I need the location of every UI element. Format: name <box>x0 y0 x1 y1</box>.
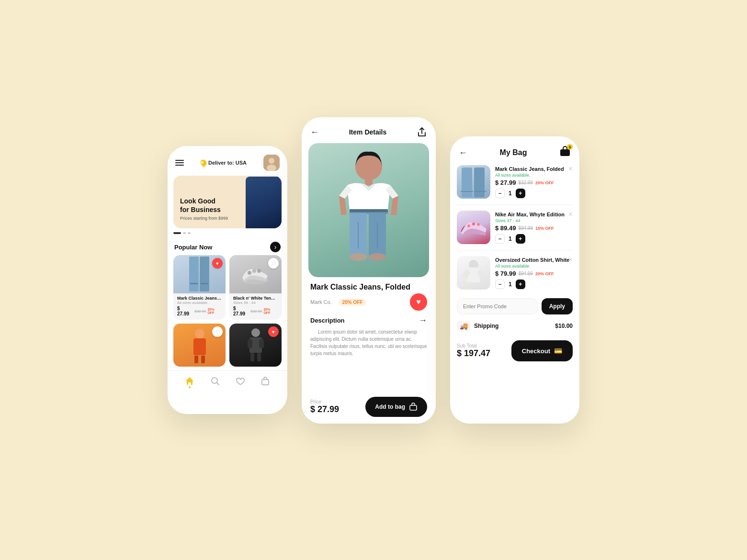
fav-btn-2[interactable]: ♡ <box>268 258 279 269</box>
deliver-badge[interactable]: Deliver to: USA <box>201 159 247 166</box>
checkout-button[interactable]: Checkout 💳 <box>511 340 573 361</box>
bottom-nav <box>168 370 287 393</box>
bag-item-info-2: Nike Air Max, Whyte Edition Sizes 37 - 4… <box>495 211 573 244</box>
promo-input[interactable] <box>457 298 538 314</box>
description-expand[interactable]: → <box>419 315 427 325</box>
svg-point-47 <box>477 223 480 226</box>
bag-items-list: Mark Classic Jeans, Folded All sizes ava… <box>450 165 579 290</box>
products-grid: ♥ Mark Classic Jeans, Folded All sizes a… <box>168 255 287 370</box>
svg-rect-7 <box>190 283 198 284</box>
svg-rect-38 <box>560 149 570 156</box>
avatar[interactable] <box>263 155 280 171</box>
bag-price-old-1: $32.99 <box>518 180 533 185</box>
bag-back-button[interactable]: ← <box>459 148 467 158</box>
product-price-row-2: $ 27.99 $32.99 20% OFF <box>233 306 278 316</box>
bag-footer: Sub Total $ 197.47 Checkout 💳 <box>450 336 579 368</box>
bag-price-old-2: $94.99 <box>518 225 533 231</box>
price-value: $ 27.99 <box>310 404 339 414</box>
svg-rect-16 <box>201 356 205 363</box>
bag-item-price-row-2: $ 89.49 $94.99 15% OFF <box>495 224 573 232</box>
card-icon: 💳 <box>554 347 562 355</box>
bag-item-1: Mark Classic Jeans, Folded All sizes ava… <box>457 165 573 199</box>
popular-title: Popular Now <box>174 244 212 251</box>
bag-price-2: $ 89.49 <box>495 224 516 232</box>
svg-point-45 <box>467 224 470 227</box>
product-card-4[interactable]: ♥ <box>229 324 282 367</box>
shipping-amount: $10.00 <box>555 323 573 329</box>
phone-bag: ← My Bag 3 <box>450 136 579 424</box>
product-card-1[interactable]: ♥ Mark Classic Jeans, Folded All sizes a… <box>173 255 226 320</box>
svg-point-36 <box>369 253 386 261</box>
fav-btn-1[interactable]: ♥ <box>212 258 223 269</box>
discount-badge-2: 20% OFF <box>263 308 278 314</box>
shipping-label: Shipping <box>474 323 498 329</box>
banner-text: Look Good for Business Prices starting f… <box>180 197 228 221</box>
qty-minus-3[interactable]: − <box>495 280 505 289</box>
subtotal-section: Sub Total $ 197.47 <box>457 343 490 358</box>
remove-item-2[interactable]: × <box>568 211 573 218</box>
back-button[interactable]: ← <box>310 127 319 137</box>
bag-title: My Bag <box>500 148 527 157</box>
bag-icon <box>409 403 418 411</box>
product-sub-1: All sizes available. <box>177 301 222 305</box>
svg-point-1 <box>269 158 274 164</box>
menu-button[interactable] <box>175 160 184 166</box>
price-main-2: $ 27.99 <box>233 306 249 316</box>
dot-1 <box>173 232 181 234</box>
qty-plus-2[interactable]: + <box>516 234 525 244</box>
product-name-1: Mark Classic Jeans, Folded <box>177 296 222 301</box>
bag-icon-wrap[interactable]: 3 <box>559 146 571 159</box>
bag-item-name-3: Oversized Cotton Shirt, White <box>495 257 573 263</box>
svg-point-12 <box>257 269 261 273</box>
nav-favorites[interactable] <box>235 376 245 386</box>
location-icon <box>199 158 208 167</box>
fav-btn-3[interactable]: ♡ <box>212 326 223 337</box>
qty-value-3: 1 <box>509 281 512 288</box>
product-hero-image <box>308 143 429 277</box>
phone-home: Deliver to: USA Look Good for Business P… <box>168 146 287 414</box>
description-text: Lorem ipsum dolor sit amet, consectetur … <box>310 328 427 357</box>
add-to-bag-label: Add to bag <box>375 403 405 410</box>
subtotal-value: $ 197.47 <box>457 348 490 358</box>
promo-banner[interactable]: Look Good for Business Prices starting f… <box>173 176 282 228</box>
svg-rect-39 <box>462 168 472 187</box>
popular-arrow[interactable] <box>270 242 281 252</box>
deliver-label: Deliver to: USA <box>208 160 247 166</box>
banner-dots <box>168 232 287 238</box>
qty-minus-2[interactable]: − <box>495 234 505 244</box>
nav-bag[interactable] <box>260 376 271 386</box>
svg-rect-34 <box>350 209 388 212</box>
price-old-2: $32.99 <box>250 309 262 314</box>
remove-item-1[interactable]: × <box>568 165 573 173</box>
add-to-bag-button[interactable]: Add to bag <box>365 397 427 417</box>
fav-detail-btn[interactable]: ♥ <box>410 293 427 311</box>
price-label: Price <box>310 399 339 404</box>
fav-btn-4[interactable]: ♥ <box>268 326 279 337</box>
qty-minus-1[interactable]: − <box>495 189 505 198</box>
remove-item-3[interactable]: × <box>568 256 573 264</box>
svg-rect-19 <box>248 339 252 348</box>
nav-search[interactable] <box>210 376 220 386</box>
shipping-left: 🚚 Shipping <box>457 321 498 331</box>
svg-rect-28 <box>365 179 373 185</box>
price-old-1: $32.99 <box>194 309 206 314</box>
qty-plus-3[interactable]: + <box>516 280 525 289</box>
svg-marker-23 <box>186 377 193 385</box>
bag-item-price-row-1: $ 27.99 $32.99 20% OFF <box>495 179 573 186</box>
banner-subtext: Prices starting from $999 <box>180 216 228 221</box>
svg-rect-26 <box>262 380 269 385</box>
svg-point-13 <box>195 329 204 338</box>
checkout-label: Checkout <box>522 347 550 355</box>
share-button[interactable] <box>417 127 427 137</box>
qty-plus-1[interactable]: + <box>516 189 525 198</box>
apply-button[interactable]: Apply <box>542 298 573 314</box>
bag-item-name-1: Mark Classic Jeans, Folded <box>495 166 573 172</box>
product-card-2[interactable]: ♡ Black n' White Tennis Shoes Sizes 39 -… <box>229 255 282 320</box>
phone-detail: ← Item Details <box>302 117 436 424</box>
nav-home[interactable] <box>184 376 195 386</box>
product-discount: 20% OFF <box>339 299 367 306</box>
product-card-3[interactable]: ♡ <box>173 324 226 367</box>
dot-2 <box>183 232 186 234</box>
product-price-row-1: $ 27.99 $32.99 20% OFF <box>177 306 222 316</box>
bag-item-price-row-3: $ 79.99 $94.99 20% OFF <box>495 270 573 277</box>
